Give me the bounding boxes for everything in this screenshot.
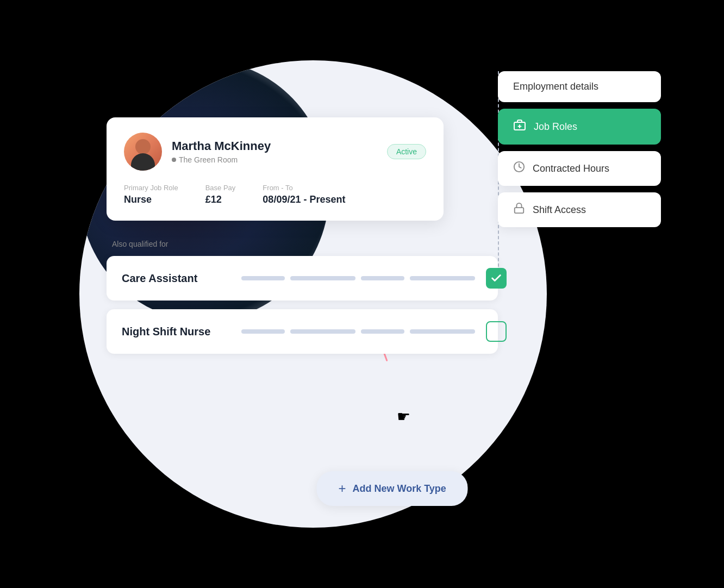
location-icon [172,158,176,162]
clock-icon [513,161,525,176]
work-type-bars-2 [241,329,475,334]
employee-name: Martha McKinney [172,139,387,153]
base-pay-group: Base Pay £12 [205,184,236,205]
from-to-group: From - To 08/09/21 - Present [263,184,345,205]
primary-job-role-label: Primary Job Role [124,184,178,192]
avatar [124,133,162,171]
base-pay-label: Base Pay [205,184,236,192]
plus-icon: + [338,481,346,496]
checkbox-care-assistant[interactable] [486,268,507,289]
employee-location: The Green Room [172,155,387,164]
bar-3 [361,276,404,280]
work-type-bars [241,276,475,280]
add-work-type-label: Add New Work Type [353,483,446,495]
work-type-name-care-assistant: Care Assistant [122,272,230,285]
employee-header: Martha McKinney The Green Room Active [124,133,426,171]
employee-name-section: Martha McKinney The Green Room [172,139,387,164]
bar-2 [290,276,355,280]
from-to-value: 08/09/21 - Present [263,194,345,205]
work-type-row-care-assistant: Care Assistant [107,256,498,301]
qualified-label: Also qualified for [107,240,498,248]
primary-job-role-value: Nurse [124,194,152,205]
svg-rect-4 [515,208,524,213]
add-new-work-type-button[interactable]: + Add New Work Type [316,471,467,506]
employee-card: Martha McKinney The Green Room Active Pr… [107,117,444,221]
bar-1 [241,276,285,280]
bar-7 [361,329,404,334]
lock-icon [513,202,525,217]
navigation-panel: Employment details Job Roles [498,71,661,227]
nav-item-shift-access[interactable]: Shift Access [498,192,661,227]
briefcase-icon [513,118,526,135]
bar-4 [410,276,475,280]
nav-item-employment-details[interactable]: Employment details [498,71,661,102]
bar-8 [410,329,475,334]
employee-details: Primary Job Role Nurse Base Pay £12 From… [124,184,426,205]
work-type-row-night-shift-nurse: Night Shift Nurse [107,309,498,354]
bar-5 [241,329,285,334]
nav-item-contracted-hours[interactable]: Contracted Hours [498,151,661,186]
nav-item-job-roles[interactable]: Job Roles [498,109,661,145]
qualified-section: Also qualified for Care Assistant Night … [107,240,498,362]
base-pay-value: £12 [205,194,222,205]
checkbox-night-shift-nurse[interactable] [486,321,507,342]
work-type-name-night-shift-nurse: Night Shift Nurse [122,326,230,338]
from-to-label: From - To [263,184,345,192]
bar-6 [290,329,355,334]
primary-job-role-group: Primary Job Role Nurse [124,184,178,205]
status-badge: Active [387,144,426,159]
